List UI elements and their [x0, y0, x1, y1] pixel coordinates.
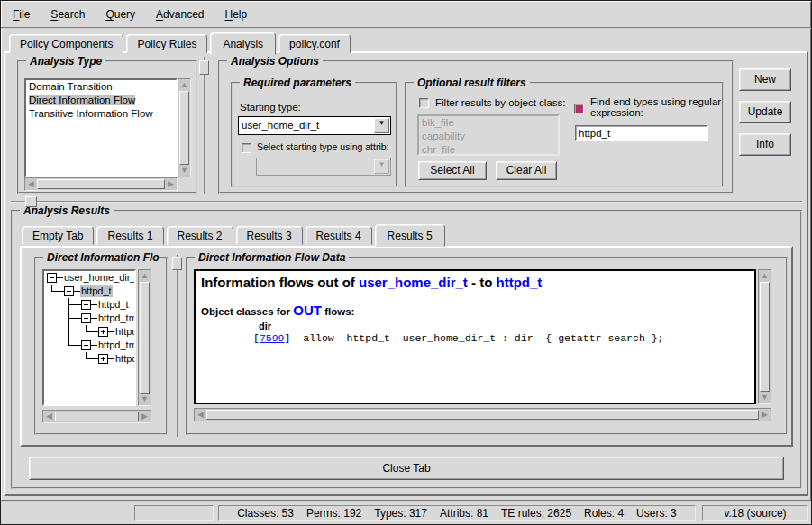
menu-help[interactable]: Help [222, 7, 250, 22]
update-button[interactable]: Update [739, 101, 791, 123]
list-item-transitive-information-flow[interactable]: Transitive Information Flow [26, 107, 176, 121]
tree-hscrollbar[interactable]: ◀ ▶ [42, 410, 151, 423]
analysis-type-hscrollbar[interactable]: ◀ ▶ [24, 177, 178, 191]
clear-all-button[interactable]: Clear All [496, 161, 557, 180]
optional-filters-title: Optional result filters [414, 77, 530, 89]
regex-input[interactable] [575, 125, 708, 141]
tree-connector-line [86, 358, 98, 359]
tab-results-5[interactable]: Results 5 [375, 224, 445, 247]
scroll-up-icon[interactable]: ▲ [178, 79, 190, 91]
menu-advanced[interactable]: Advanced [153, 7, 206, 22]
tab-policy-rules[interactable]: Policy Rules [126, 34, 207, 53]
analysis-type-frame: Analysis Type Domain TransitionDirect In… [17, 60, 197, 194]
tab-policy-conf[interactable]: policy.conf [278, 34, 351, 53]
stat-attribs: Attribs: 81 [440, 506, 488, 520]
expand-icon[interactable] [98, 354, 108, 364]
regex-checkbox[interactable] [574, 104, 584, 113]
collapse-icon[interactable] [47, 273, 57, 283]
data-vscrollbar[interactable]: ▲ ▼ [758, 269, 771, 404]
scrollbar-thumb[interactable] [37, 179, 165, 189]
tree-row: httpd_t [44, 325, 134, 339]
scrollbar-thumb[interactable] [760, 282, 770, 392]
scrollbar-thumb[interactable] [55, 412, 139, 421]
tree-row: httpd_t [44, 298, 134, 312]
flow-tree-frame: Direct Information Flow T user_home_dir_… [34, 257, 168, 435]
scrollbar-thumb[interactable] [179, 91, 189, 165]
tree-node-label[interactable]: httpd_tmpfs_t [97, 339, 136, 351]
flow-subheading: Object classes for OUT flows: [201, 303, 749, 318]
scroll-up-icon[interactable]: ▲ [139, 270, 151, 282]
tab-results-1[interactable]: Results 1 [96, 226, 163, 245]
tree-node-label[interactable]: httpd_t [97, 299, 130, 311]
collapse-icon[interactable] [64, 286, 74, 296]
optional-filters-frame: Optional result filters Filter results b… [405, 82, 724, 187]
scrollbar-thumb[interactable] [206, 410, 759, 420]
scroll-up-icon[interactable]: ▲ [759, 270, 771, 282]
tree-node-label[interactable]: httpd_tmp_t [97, 312, 136, 324]
tree-row: httpd_t [44, 352, 134, 366]
menu-search[interactable]: Search [48, 7, 87, 22]
rule-number-link[interactable]: 7599 [260, 332, 285, 344]
analysis-type-listbox[interactable]: Domain TransitionDirect Information Flow… [24, 78, 178, 177]
object-class-listbox: blk_filecapabilitychr_file [417, 114, 560, 156]
scroll-right-icon[interactable]: ▶ [759, 409, 771, 421]
chevron-down-icon: ▼ [374, 159, 389, 174]
analysis-type-vscrollbar[interactable]: ▲ ▼ [178, 78, 191, 177]
analysis-options-title: Analysis Options [227, 55, 323, 68]
chevron-down-icon[interactable]: ▼ [374, 118, 389, 133]
pane-sash-horizontal [11, 201, 802, 203]
tree-node-label[interactable]: httpd_t [114, 353, 136, 365]
tree-node-label[interactable]: user_home_dir_t [63, 272, 136, 284]
regex-checkbox-label: Find end types using regular expression: [590, 96, 721, 118]
tab-empty-tab[interactable]: Empty Tab [22, 226, 94, 245]
scrollbar-thumb[interactable] [140, 282, 150, 394]
stat-te-rules: TE rules: 2625 [501, 506, 571, 520]
starting-type-value: user_home_dir_t [242, 117, 372, 134]
select-all-button[interactable]: Select All [418, 161, 487, 180]
tab-results-3[interactable]: Results 3 [236, 226, 303, 245]
collapse-icon[interactable] [81, 340, 91, 350]
close-tab-button[interactable]: Close Tab [29, 457, 784, 480]
tree-vscrollbar[interactable]: ▲ ▼ [138, 269, 151, 406]
pane-sash-handle[interactable] [25, 196, 37, 207]
starting-type-combobox[interactable]: user_home_dir_t ▼ [238, 116, 391, 135]
stat-roles: Roles: 4 [584, 506, 624, 520]
scroll-left-icon[interactable]: ◀ [195, 409, 206, 421]
info-button[interactable]: Info [739, 133, 791, 156]
tab-results-2[interactable]: Results 2 [167, 226, 233, 245]
tab-results-4[interactable]: Results 4 [306, 226, 372, 245]
scroll-left-icon[interactable]: ◀ [43, 411, 55, 422]
tree-row: user_home_dir_t [44, 271, 134, 285]
data-hscrollbar[interactable]: ◀ ▶ [194, 408, 771, 421]
list-item-direct-information-flow[interactable]: Direct Information Flow [26, 94, 176, 107]
tab-policy-components[interactable]: Policy Components [9, 34, 123, 53]
pane-sash-handle[interactable] [199, 60, 209, 75]
scroll-down-icon[interactable]: ▼ [759, 392, 771, 403]
flow-data-text: Information flows out of user_home_dir_t… [194, 269, 756, 404]
status-stats-segment: Classes: 53Perms: 192Types: 317Attribs: … [218, 505, 696, 521]
tree-branch-line [57, 277, 63, 278]
tab-analysis[interactable]: Analysis [210, 32, 276, 55]
menu-query[interactable]: Query [103, 7, 138, 22]
object-class-capability: capability [419, 130, 558, 143]
rule-line: [7599] allow httpd_t user_home_dir_t : d… [201, 332, 749, 344]
results-sash-handle[interactable] [172, 257, 182, 270]
list-item-domain-transition[interactable]: Domain Transition [26, 80, 176, 94]
collapse-icon[interactable] [81, 300, 91, 310]
collapse-icon[interactable] [81, 313, 91, 323]
tree-node-label[interactable]: httpd_t [80, 285, 113, 297]
attrib-checkbox[interactable] [242, 143, 251, 153]
scroll-right-icon[interactable]: ▶ [139, 411, 151, 422]
menu-file[interactable]: File [10, 7, 32, 22]
attrib-combobox: ▼ [256, 158, 391, 176]
scroll-down-icon[interactable]: ▼ [139, 394, 151, 405]
filter-object-class-checkbox[interactable] [419, 98, 429, 108]
scroll-down-icon[interactable]: ▼ [178, 165, 190, 177]
expand-icon[interactable] [98, 327, 108, 337]
tree-connector-line [51, 291, 64, 292]
flow-tree[interactable]: user_home_dir_thttpd_thttpd_thttpd_tmp_t… [42, 269, 136, 406]
new-button[interactable]: New [739, 68, 791, 91]
scroll-right-icon[interactable]: ▶ [165, 178, 177, 190]
scroll-left-icon[interactable]: ◀ [25, 178, 37, 190]
tree-node-label[interactable]: httpd_t [114, 326, 136, 338]
